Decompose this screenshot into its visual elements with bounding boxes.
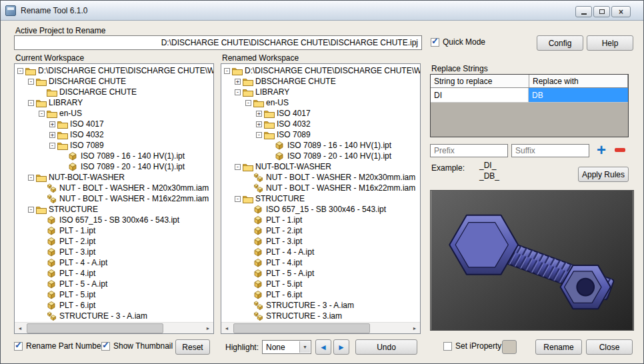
scroll-left-button[interactable]: ◄ xyxy=(15,323,25,333)
tree-item[interactable]: ISO 7089 - 16 - 140 HV(1).ipt xyxy=(221,140,420,151)
tree-item[interactable]: PLT - 1.ipt xyxy=(221,215,420,225)
scroll-thumb[interactable] xyxy=(233,323,370,333)
rename-button[interactable]: Rename xyxy=(535,339,582,355)
tree-item[interactable]: PLT - 3.ipt xyxy=(15,247,213,257)
tree-item[interactable]: PLT - 4 - A.ipt xyxy=(15,257,213,268)
collapse-icon[interactable]: - xyxy=(28,175,34,181)
collapse-icon[interactable]: - xyxy=(235,164,241,170)
collapse-icon[interactable]: - xyxy=(39,111,45,117)
close-dialog-button[interactable]: Close xyxy=(586,339,633,355)
highlight-dropdown[interactable]: None ▼ xyxy=(262,340,311,354)
tree-item[interactable]: PLT - 4.ipt xyxy=(221,257,420,268)
tree-item[interactable]: +ISO 4017 xyxy=(15,119,213,129)
string-to-replace-cell[interactable]: DI xyxy=(431,88,529,102)
show-thumbnail-checkbox[interactable]: ✓ Show Thumbnail xyxy=(101,341,173,351)
tree-item[interactable]: ISO 7089 - 20 - 140 HV(1).ipt xyxy=(221,151,420,161)
suffix-input[interactable] xyxy=(511,144,589,157)
expand-icon[interactable]: + xyxy=(49,121,55,127)
tree-item[interactable]: PLT - 3.ipt xyxy=(221,236,420,247)
tree-item[interactable]: -en-US xyxy=(15,108,213,119)
quick-mode-checkbox[interactable]: ✓ Quick Mode xyxy=(431,37,485,47)
collapse-icon[interactable]: - xyxy=(224,68,230,74)
replace-with-cell[interactable]: DB xyxy=(529,88,628,102)
tree-item[interactable]: -LIBRARY xyxy=(221,87,420,97)
expand-icon[interactable]: + xyxy=(256,111,262,117)
collapse-icon[interactable]: - xyxy=(28,207,34,213)
title-bar[interactable]: Rename Tool 6.1.0 xyxy=(1,1,643,21)
tree-item[interactable]: PLT - 2.ipt xyxy=(221,225,420,236)
tree-item[interactable]: +DBSCHARGE CHUTE xyxy=(221,76,420,87)
tree-item[interactable]: NUT - BOLT - WASHER - M16x22mm.iam xyxy=(221,183,420,193)
collapse-icon[interactable]: - xyxy=(235,196,241,202)
tree-item[interactable]: STRUCTURE - 3 - A.iam xyxy=(221,300,420,311)
tree-item[interactable]: STRUCTURE - 3 - A.iam xyxy=(15,311,213,321)
expand-icon[interactable]: + xyxy=(256,121,262,127)
tree-item[interactable]: +ISO 4032 xyxy=(221,119,420,129)
tree-item[interactable]: -STRUCTURE xyxy=(15,204,213,215)
tree-item[interactable]: PLT - 5.ipt xyxy=(15,289,213,300)
scroll-right-button[interactable]: ► xyxy=(409,323,420,333)
iproperty-value-box[interactable] xyxy=(502,340,517,354)
tree-item[interactable]: -ISO 7089 xyxy=(221,129,420,140)
tree-item[interactable]: -NUT-BOLT-WASHER xyxy=(221,161,420,172)
tree-item[interactable]: -D:\DISCHARGE CHUTE\DISCHARGE CHUTE\W xyxy=(15,65,213,76)
tree-item[interactable]: ISO 657_15 - SB 300x46 - 543.ipt xyxy=(15,215,213,225)
undo-button[interactable]: Undo xyxy=(355,339,417,355)
tree-item[interactable]: ISO 657_15 - SB 300x46 - 543.ipt xyxy=(221,204,420,215)
tree-item[interactable]: PLT - 4 - A.ipt xyxy=(221,247,420,257)
tree-item[interactable]: PLT - 6.ipt xyxy=(15,300,213,311)
tree-item[interactable]: -LIBRARY xyxy=(15,97,213,108)
remove-rule-button[interactable] xyxy=(611,141,629,159)
collapse-icon[interactable]: - xyxy=(17,68,23,74)
config-button[interactable]: Config xyxy=(537,35,583,51)
expand-icon[interactable]: + xyxy=(235,79,241,85)
tree-item[interactable]: -NUT-BOLT-WASHER xyxy=(15,172,213,183)
tree-item[interactable]: PLT - 5 - A.ipt xyxy=(221,268,420,279)
tree-item[interactable]: PLT - 5.ipt xyxy=(221,279,420,289)
collapse-icon[interactable]: - xyxy=(235,89,241,95)
tree-item[interactable]: -ISO 7089 xyxy=(15,140,213,151)
tree-item[interactable]: NUT - BOLT - WASHER - M20x30mm.iam xyxy=(15,183,213,193)
tree-item[interactable]: ISO 7089 - 20 - 140 HV(1).ipt xyxy=(15,161,213,172)
scroll-thumb[interactable] xyxy=(27,323,163,333)
replace-with-column-header[interactable]: Replace with xyxy=(529,75,628,87)
collapse-icon[interactable]: - xyxy=(256,132,262,138)
maximize-button[interactable] xyxy=(593,6,610,17)
tree-item[interactable]: ISO 7089 - 16 - 140 HV(1).ipt xyxy=(15,151,213,161)
highlight-prev-button[interactable]: ◄ xyxy=(315,339,331,355)
collapse-icon[interactable]: - xyxy=(49,143,55,149)
add-rule-button[interactable]: + xyxy=(593,141,610,159)
apply-rules-button[interactable]: Apply Rules xyxy=(578,167,629,182)
current-h-scrollbar[interactable]: ◄ ► xyxy=(15,322,213,333)
project-path-field[interactable] xyxy=(14,35,422,50)
tree-item[interactable]: -DISCHARGE CHUTE xyxy=(15,76,213,87)
tree-item[interactable]: PLT - 5 - A.ipt xyxy=(15,279,213,289)
tree-item[interactable]: DISCHARGE CHUTE xyxy=(15,87,213,97)
minimize-button[interactable] xyxy=(575,6,592,17)
tree-item[interactable]: NUT - BOLT - WASHER - M16x22mm.iam xyxy=(15,193,213,204)
tree-item[interactable]: +ISO 4017 xyxy=(221,108,420,119)
string-to-replace-column-header[interactable]: String to replace xyxy=(431,75,529,87)
tree-item[interactable]: NUT - BOLT - WASHER - M20x30mm.iam xyxy=(221,172,420,183)
prefix-input[interactable] xyxy=(430,144,508,157)
close-button[interactable]: × xyxy=(611,6,631,17)
expand-icon[interactable]: + xyxy=(49,132,55,138)
help-button[interactable]: Help xyxy=(587,35,633,51)
scroll-right-button[interactable]: ► xyxy=(203,323,213,333)
collapse-icon[interactable]: - xyxy=(28,100,34,106)
tree-item[interactable]: -D:\DISCHARGE CHUTE\DISCHARGE CHUTE\W xyxy=(221,65,420,76)
tree-item[interactable]: -STRUCTURE xyxy=(221,193,420,204)
tree-item[interactable]: PLT - 2.ipt xyxy=(15,236,213,247)
tree-item[interactable]: PLT - 6.ipt xyxy=(221,289,420,300)
tree-item[interactable]: +ISO 4032 xyxy=(15,129,213,140)
tree-item[interactable]: PLT - 4.ipt xyxy=(15,268,213,279)
collapse-icon[interactable]: - xyxy=(245,100,251,106)
reset-button[interactable]: Reset xyxy=(175,339,210,355)
rename-part-number-checkbox[interactable]: ✓ Rename Part Number xyxy=(14,341,104,351)
tree-item[interactable]: STRUCTURE - 3.iam xyxy=(221,311,420,321)
set-iproperty-checkbox[interactable]: ✓ Set iProperty xyxy=(443,341,501,351)
renamed-h-scrollbar[interactable]: ◄ ► xyxy=(221,322,420,333)
thumbnail-3d-preview[interactable] xyxy=(430,190,634,331)
highlight-next-button[interactable]: ► xyxy=(333,339,349,355)
scroll-left-button[interactable]: ◄ xyxy=(221,323,232,333)
